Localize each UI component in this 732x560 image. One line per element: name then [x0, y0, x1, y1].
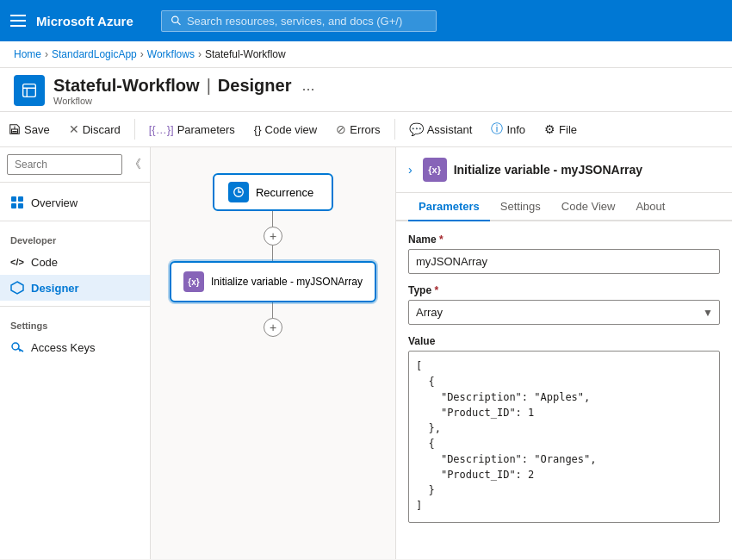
- panel-title: Initialize variable - myJSONArray: [454, 163, 642, 177]
- main-layout: 《 Overview Developer </> Code Designer: [0, 147, 732, 559]
- add-step-button-1[interactable]: +: [264, 227, 282, 246]
- panel-tabs: Parameters Settings Code View About: [396, 193, 732, 221]
- toolbar-separator-1: [134, 119, 135, 140]
- recurrence-node[interactable]: Recurrence: [213, 173, 333, 211]
- page-header: Stateful-Workflow | Designer ... Workflo…: [0, 68, 732, 112]
- tab-code-view[interactable]: Code View: [551, 193, 626, 221]
- sidebar-item-overview[interactable]: Overview: [0, 190, 150, 215]
- type-field-label: Type *: [408, 284, 720, 296]
- workflow-icon: [14, 75, 45, 106]
- svg-point-0: [171, 16, 177, 22]
- connector-line-top: [272, 211, 273, 227]
- tab-parameters[interactable]: Parameters: [408, 193, 490, 221]
- sidebar-section-settings: Settings: [0, 312, 150, 334]
- breadcrumb: Home › StandardLogicApp › Workflows › St…: [0, 41, 732, 68]
- file-button[interactable]: ⚙ File: [536, 118, 586, 140]
- file-icon: ⚙: [544, 122, 555, 136]
- errors-button[interactable]: ⊘ Errors: [327, 118, 388, 140]
- name-field-input[interactable]: [408, 249, 720, 274]
- breadcrumb-app[interactable]: StandardLogicApp: [52, 48, 137, 60]
- sidebar-divider-1: [0, 221, 150, 221]
- top-navigation: Microsoft Azure: [0, 0, 732, 41]
- tab-settings[interactable]: Settings: [490, 193, 551, 221]
- sidebar-item-code[interactable]: </> Code: [0, 249, 150, 275]
- panel-node-icon: {x}: [423, 158, 447, 182]
- hamburger-menu[interactable]: [10, 15, 26, 27]
- svg-point-9: [12, 343, 19, 350]
- connector-line-bottom: [272, 246, 273, 261]
- page-title: Stateful-Workflow: [53, 76, 200, 96]
- panel-expand-button[interactable]: ›: [408, 163, 413, 177]
- breadcrumb-sep-1: ›: [45, 48, 48, 60]
- name-required-indicator: *: [439, 233, 444, 246]
- value-field-textarea[interactable]: [ { "Description": "Apples", "Product_ID…: [408, 351, 720, 523]
- variable-icon: {x}: [188, 277, 199, 287]
- sidebar-collapse-button[interactable]: 《: [127, 155, 143, 174]
- codeview-icon: {}: [254, 123, 262, 136]
- breadcrumb-sep-3: ›: [198, 48, 202, 60]
- type-field-wrapper: Array Boolean Float Integer Object Strin…: [408, 300, 720, 325]
- app-logo: Microsoft Azure: [36, 14, 133, 28]
- save-button[interactable]: Save: [0, 119, 59, 140]
- code-icon: </>: [10, 255, 24, 269]
- discard-button[interactable]: ✕ Discard: [60, 118, 129, 140]
- parameters-button[interactable]: [{…}] Parameters: [140, 119, 244, 140]
- sidebar-item-access-keys[interactable]: Access Keys: [0, 334, 150, 360]
- global-search-input[interactable]: [187, 15, 427, 28]
- init-var-node-icon: {x}: [183, 271, 204, 292]
- svg-rect-2: [23, 84, 36, 97]
- info-icon: ⓘ: [491, 121, 503, 137]
- type-required-indicator: *: [434, 284, 438, 296]
- init-variable-node[interactable]: {x} Initialize variable - myJSONArray: [170, 261, 376, 302]
- page-title-group: Stateful-Workflow | Designer ... Workflo…: [53, 76, 314, 106]
- sidebar-item-designer[interactable]: Designer: [0, 275, 150, 301]
- add-step-button-2[interactable]: +: [264, 318, 282, 337]
- svg-rect-7: [18, 203, 23, 208]
- sidebar-section-developer: Developer: [0, 227, 150, 249]
- tab-about[interactable]: About: [625, 193, 675, 221]
- recurrence-node-label: Recurrence: [256, 186, 313, 199]
- svg-line-10: [18, 349, 23, 352]
- panel-var-icon: {x}: [428, 165, 441, 175]
- sidebar-nav: Overview Developer </> Code Designer Set…: [0, 183, 150, 559]
- recurrence-node-icon: [228, 182, 249, 202]
- overview-icon: [10, 196, 24, 209]
- init-variable-node-label: Initialize variable - myJSONArray: [211, 276, 363, 288]
- right-panel: › {x} Initialize variable - myJSONArray …: [396, 147, 732, 559]
- breadcrumb-current: Stateful-Workflow: [205, 48, 286, 60]
- errors-icon: ⊘: [336, 122, 346, 136]
- panel-body: Name * Type * Array Boolean Float Intege…: [396, 221, 732, 559]
- sidebar: 《 Overview Developer </> Code Designer: [0, 147, 151, 559]
- breadcrumb-home[interactable]: Home: [14, 48, 41, 60]
- workflow-canvas[interactable]: Recurrence + {x} Initialize variable - m…: [151, 147, 396, 559]
- page-subtitle: Workflow: [53, 96, 314, 106]
- codeview-button[interactable]: {} Code view: [245, 119, 326, 140]
- svg-rect-4: [11, 196, 16, 202]
- svg-line-1: [177, 22, 180, 25]
- name-field-label: Name *: [408, 233, 720, 246]
- global-search-bar[interactable]: [161, 10, 437, 32]
- sidebar-search-area: 《: [0, 147, 150, 183]
- access-keys-icon: [10, 340, 24, 354]
- parameters-icon: [{…}]: [149, 123, 174, 136]
- discard-icon: ✕: [69, 122, 79, 136]
- svg-marker-8: [11, 282, 23, 294]
- page-view: Designer: [218, 76, 292, 96]
- sidebar-search-input[interactable]: [7, 154, 122, 175]
- svg-rect-5: [18, 196, 23, 202]
- sidebar-divider-2: [0, 306, 150, 307]
- breadcrumb-workflows[interactable]: Workflows: [147, 48, 195, 60]
- toolbar: Save ✕ Discard [{…}] Parameters {} Code …: [0, 112, 732, 147]
- assistant-button[interactable]: 💬 Assistant: [400, 118, 481, 140]
- designer-icon: [10, 281, 24, 295]
- breadcrumb-sep-2: ›: [140, 48, 144, 60]
- type-field-select[interactable]: Array Boolean Float Integer Object Strin…: [408, 300, 720, 325]
- sidebar-item-code-label: Code: [31, 256, 58, 269]
- info-button[interactable]: ⓘ Info: [482, 117, 534, 141]
- more-options-button[interactable]: ...: [301, 77, 314, 95]
- init-var-node-inner: {x} Initialize variable - myJSONArray: [183, 271, 363, 292]
- assistant-icon: 💬: [409, 122, 424, 136]
- value-field-label: Value: [408, 335, 720, 347]
- toolbar-separator-2: [394, 119, 395, 140]
- sidebar-item-access-keys-label: Access Keys: [31, 341, 95, 354]
